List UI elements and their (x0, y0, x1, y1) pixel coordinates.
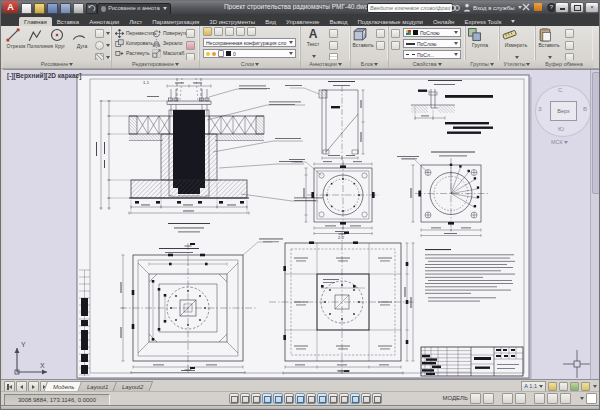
scale-button[interactable]: Масштаб (152, 48, 188, 58)
rectangle-flyout[interactable] (95, 29, 110, 38)
tab-express[interactable]: Express Tools (459, 17, 506, 26)
create-block-icon[interactable] (376, 29, 385, 38)
ortho-toggle[interactable] (251, 393, 261, 404)
quick-view-drawings-icon[interactable] (515, 393, 526, 404)
group-button[interactable]: Группа (467, 27, 493, 48)
layer-isolate-icon[interactable] (225, 27, 234, 36)
copy-button[interactable]: Копировать (115, 38, 157, 48)
toolbar-lock-icon[interactable] (581, 382, 590, 391)
tab-view[interactable]: Вид (260, 17, 281, 26)
selection-cycling-toggle[interactable] (361, 393, 371, 404)
signin-button[interactable]: Вход в службы (463, 3, 522, 13)
panel-title-layers[interactable]: Слои (200, 60, 300, 68)
annotation-monitor-toggle[interactable] (372, 393, 382, 404)
layer-dropdown[interactable]: 0 (203, 49, 296, 58)
erase-icon[interactable] (186, 41, 195, 50)
trim-icon[interactable] (186, 29, 195, 38)
clean-screen-button[interactable] (586, 393, 597, 404)
tab-parametric[interactable]: Параметризация (147, 17, 204, 26)
lineweight-dropdown[interactable]: ПоСлою (403, 39, 461, 48)
layer-off-icon[interactable] (214, 27, 223, 36)
panel-title-groups[interactable]: Группы (465, 60, 499, 68)
stretch-button[interactable]: Растянуть (115, 48, 157, 58)
exchange-apps-icon[interactable] (534, 3, 542, 11)
polyline-button[interactable]: Полилиния (27, 27, 49, 49)
transparency-toggle[interactable] (339, 393, 349, 404)
autodesk360-icon[interactable] (522, 3, 530, 11)
mirror-button[interactable]: Зеркало (152, 38, 188, 48)
lineweight-toggle[interactable] (328, 393, 338, 404)
save-icon[interactable] (47, 3, 58, 14)
model-button[interactable] (470, 393, 481, 404)
viewport-controls-label[interactable]: [-][Верхний][2D каркас] (7, 72, 81, 79)
layer-state-dropdown[interactable]: Несохраненная конфигурация сло (203, 38, 296, 47)
osnap3d-toggle[interactable] (284, 393, 294, 404)
minimize-button[interactable] (555, 2, 569, 13)
chevron-down-icon[interactable] (593, 385, 597, 388)
drawing-canvas[interactable]: 1-1 (3, 69, 599, 379)
quick-view-layouts-icon[interactable] (502, 393, 513, 404)
vertical-scrollbar[interactable] (590, 70, 599, 380)
search-input[interactable] (367, 3, 453, 13)
polar-toggle[interactable] (262, 393, 272, 404)
search-binoculars-icon[interactable] (450, 3, 460, 12)
annotation-visibility-icon[interactable] (548, 382, 557, 391)
tab-manage[interactable]: Управление (281, 17, 324, 26)
edit-block-icon[interactable] (376, 41, 385, 50)
rotate-button[interactable]: Повернуть (152, 28, 188, 38)
tab-3dtools[interactable]: 3D инструменты (204, 17, 260, 26)
viewcube-east[interactable]: В (583, 106, 587, 112)
ribbon-state-chevron-icon[interactable] (511, 20, 515, 23)
tab-layout[interactable]: Лист (124, 17, 147, 26)
quick-properties-toggle[interactable] (350, 393, 360, 404)
model-space-label[interactable]: МОДЕЛЬ (443, 393, 468, 404)
tab-plugins[interactable]: Подключаемые модули (353, 17, 428, 26)
annotation-autoscale-icon[interactable] (559, 382, 568, 391)
chevron-down-icon[interactable] (580, 397, 584, 400)
layout-button[interactable] (483, 393, 494, 404)
scrollbar-thumb[interactable] (592, 72, 600, 194)
panel-title-draw[interactable]: Рисование (3, 60, 111, 68)
tab-annotate[interactable]: Аннотации (84, 17, 124, 26)
restore-button[interactable] (570, 2, 584, 13)
properties-palette-icon[interactable] (391, 41, 400, 50)
circle-button[interactable]: Круг (49, 27, 71, 49)
viewcube-west[interactable]: З (538, 106, 542, 112)
tab-online[interactable]: Онлайн (428, 17, 459, 26)
open-file-icon[interactable] (34, 3, 45, 14)
steering-wheel-icon[interactable] (560, 393, 571, 404)
ellipse-flyout[interactable] (95, 41, 110, 50)
panel-title-properties[interactable]: Свойства (389, 60, 465, 68)
model-space-drawing[interactable]: 1-1 (3, 70, 599, 380)
undo-icon[interactable] (86, 3, 97, 14)
insert-block-button[interactable]: Вставить (352, 27, 374, 48)
coordinates-display[interactable]: 3008.9884, 173.1146, 0.0000 (4, 394, 110, 406)
pan-icon[interactable] (534, 393, 545, 404)
panel-title-block[interactable]: Блок (351, 60, 388, 68)
multileader-icon[interactable] (329, 41, 338, 50)
move-button[interactable]: Переместить (115, 28, 157, 38)
grid-toggle[interactable] (240, 393, 250, 404)
close-button[interactable]: × (585, 2, 599, 13)
panel-title-modify[interactable]: Редактирование (112, 60, 199, 68)
osnap-toggle[interactable] (273, 393, 283, 404)
panel-title-utilities[interactable]: Утилиты (499, 60, 535, 68)
otrack-toggle[interactable] (295, 393, 305, 404)
dimension-icon[interactable] (329, 29, 338, 38)
tab-insert[interactable]: Вставка (52, 17, 84, 26)
copy-clip-icon[interactable] (565, 41, 574, 50)
color-dropdown[interactable]: ПоСлою (403, 28, 461, 37)
plot-icon[interactable] (73, 3, 84, 14)
snap-toggle[interactable] (229, 393, 239, 404)
viewcube-south[interactable]: Ю (558, 126, 564, 132)
panel-title-clipboard[interactable]: Буфер обмена (535, 60, 593, 68)
new-file-icon[interactable] (21, 3, 32, 14)
viewcube-top-face[interactable]: Верх (550, 101, 577, 121)
viewcube-north[interactable]: С (558, 87, 562, 93)
line-button[interactable]: Отрезок (5, 27, 27, 49)
panel-title-annotation[interactable]: Аннотации (301, 60, 350, 68)
workspace-switch-icon[interactable] (570, 382, 579, 391)
tab-output[interactable]: Вывод (324, 17, 352, 26)
layer-lock-icon[interactable] (247, 27, 256, 36)
cut-icon[interactable] (565, 29, 574, 38)
